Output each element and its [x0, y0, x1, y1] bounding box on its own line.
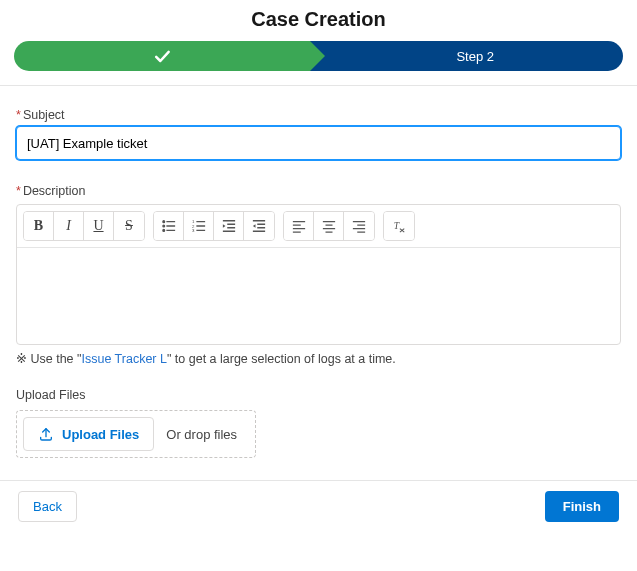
page-title: Case Creation [0, 0, 637, 41]
description-textarea[interactable] [17, 248, 620, 344]
rich-text-editor: B I U S 123 T [16, 204, 621, 345]
numbered-list-icon: 123 [192, 219, 206, 233]
upload-button-label: Upload Files [62, 427, 139, 442]
upload-files-label: Upload Files [16, 388, 621, 402]
check-icon [152, 46, 172, 66]
indent-icon [222, 219, 236, 233]
step-1-complete [14, 41, 310, 71]
bullet-list-icon [162, 219, 176, 233]
subject-label: *Subject [16, 108, 621, 122]
underline-button[interactable]: U [84, 212, 114, 240]
indent-button[interactable] [214, 212, 244, 240]
step-2-label: Step 2 [456, 49, 494, 64]
upload-icon [38, 426, 54, 442]
upload-files-button[interactable]: Upload Files [23, 417, 154, 451]
outdent-button[interactable] [244, 212, 274, 240]
bold-icon: B [34, 218, 43, 234]
rte-toolbar: B I U S 123 T [17, 205, 620, 248]
svg-text:3: 3 [192, 228, 195, 233]
svg-point-4 [162, 230, 164, 232]
back-button[interactable]: Back [18, 491, 77, 522]
progress-stepper: Step 2 [14, 41, 623, 71]
issue-tracker-link[interactable]: Issue Tracker L [81, 352, 166, 366]
drop-files-hint: Or drop files [154, 427, 249, 442]
clear-format-icon: T [392, 219, 406, 233]
numbered-list-button[interactable]: 123 [184, 212, 214, 240]
strike-button[interactable]: S [114, 212, 144, 240]
align-right-button[interactable] [344, 212, 374, 240]
underline-icon: U [93, 218, 103, 234]
svg-point-2 [162, 225, 164, 227]
strikethrough-icon: S [125, 218, 133, 234]
footer-bar: Back Finish [0, 481, 637, 534]
align-left-button[interactable] [284, 212, 314, 240]
upload-dropzone[interactable]: Upload Files Or drop files [16, 410, 256, 458]
bold-button[interactable]: B [24, 212, 54, 240]
italic-icon: I [66, 218, 71, 234]
align-center-icon [322, 219, 336, 233]
align-left-icon [292, 219, 306, 233]
svg-text:T: T [394, 220, 400, 231]
description-label: *Description [16, 184, 621, 198]
finish-button[interactable]: Finish [545, 491, 619, 522]
svg-point-0 [162, 221, 164, 223]
description-hint: ※ Use the "Issue Tracker L" to get a lar… [16, 351, 621, 366]
bullet-list-button[interactable] [154, 212, 184, 240]
italic-button[interactable]: I [54, 212, 84, 240]
step-2-current: Step 2 [310, 41, 624, 71]
align-center-button[interactable] [314, 212, 344, 240]
clear-format-button[interactable]: T [384, 212, 414, 240]
align-right-icon [352, 219, 366, 233]
subject-input[interactable] [16, 126, 621, 160]
outdent-icon [252, 219, 266, 233]
